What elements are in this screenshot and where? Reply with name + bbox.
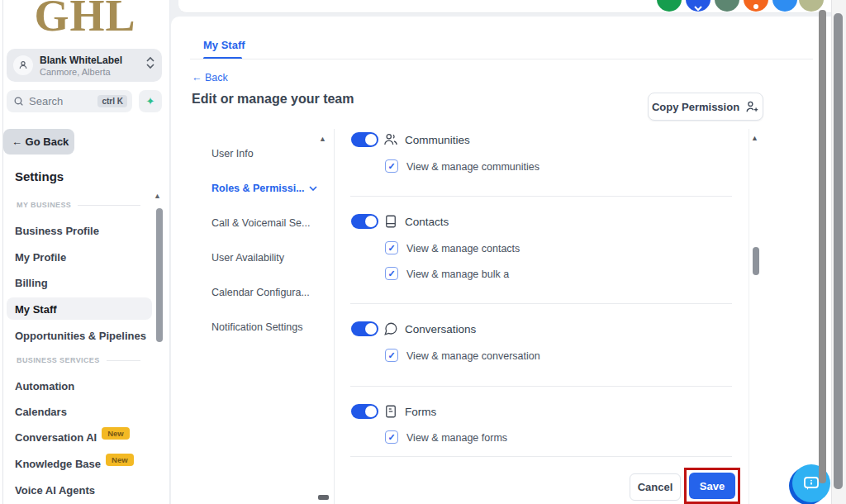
sidebar-item-my-profile[interactable]: My Profile — [15, 251, 66, 264]
checkbox-label: View & manage conversation — [406, 350, 540, 362]
toggle-contacts[interactable] — [351, 214, 378, 229]
staff-nav-calendar-configuration[interactable]: Calendar Configura... — [212, 287, 310, 298]
search-shortcut-badge: ctrl K — [97, 95, 127, 107]
app-logo: GHL — [0, 0, 170, 41]
sidebar-item-my-staff[interactable]: My Staff — [15, 303, 57, 316]
nav-scroll-up-icon[interactable]: ▲ — [319, 135, 326, 143]
permission-group-name: Forms — [405, 406, 436, 418]
permission-group-name: Conversations — [405, 323, 476, 335]
sidebar-scroll-up-icon[interactable]: ▲ — [154, 192, 161, 200]
checkbox-view-manage-contacts[interactable]: ✓ — [385, 241, 398, 254]
users-icon — [383, 132, 398, 150]
copy-permission-button[interactable]: Copy Permission — [648, 93, 763, 121]
account-switcher[interactable]: Blank WhiteLabel Canmore, Alberta — [7, 49, 162, 82]
group-divider — [350, 196, 732, 197]
checkbox-label: View & manage forms — [406, 432, 507, 444]
staff-nav-notification-settings[interactable]: Notification Settings — [212, 321, 302, 333]
tab-my-staff[interactable]: My Staff — [203, 39, 245, 51]
cancel-button[interactable]: Cancel — [630, 473, 681, 501]
spark-icon: ✦ — [146, 95, 155, 107]
sidebar-edge-divider — [2, 0, 3, 504]
checkbox-label: View & manage contacts — [406, 243, 520, 254]
search-placeholder: Search — [29, 95, 93, 107]
staff-nav-user-availability[interactable]: User Availability — [212, 252, 284, 264]
tabbar-divider — [190, 59, 813, 59]
settings-title: Settings — [15, 169, 64, 183]
new-badge: New — [106, 454, 134, 466]
page-title: Edit or manage your team — [192, 92, 354, 107]
checkbox-view-manage-conversation[interactable]: ✓ — [385, 349, 398, 362]
search-input[interactable]: Search ctrl K — [7, 90, 132, 112]
permission-group-name: Contacts — [405, 216, 449, 228]
chevron-up-down-icon — [146, 56, 154, 73]
chevron-down-icon — [309, 186, 317, 191]
staff-nav-call-voicemail[interactable]: Call & Voicemail Se... — [212, 217, 311, 229]
permissions-scrollbar-thumb[interactable] — [753, 247, 759, 275]
sidebar-item-calendars[interactable]: Calendars — [15, 406, 67, 418]
save-button[interactable]: Save — [689, 473, 735, 499]
account-avatar-icon — [13, 55, 33, 75]
permissions-panel-border — [749, 129, 749, 504]
ai-spark-button[interactable]: ✦ — [139, 90, 162, 112]
checkbox-view-manage-bulk[interactable]: ✓ — [385, 267, 398, 280]
chat-bubble-icon — [383, 321, 398, 340]
account-name: Blank WhiteLabel — [40, 55, 122, 66]
sidebar-item-business-profile[interactable]: Business Profile — [15, 225, 99, 237]
window-scrollbar-thumb[interactable] — [834, 13, 843, 489]
sidebar-item-conversation-ai[interactable]: Conversation AINew — [15, 431, 130, 445]
group-divider — [350, 303, 732, 304]
group-divider — [350, 456, 732, 457]
checkbox-view-manage-communities[interactable]: ✓ — [385, 159, 398, 173]
group-divider — [350, 386, 732, 387]
inner-scrollbar-thumb[interactable] — [819, 10, 826, 483]
new-badge: New — [102, 427, 130, 440]
back-link[interactable]: ← Back — [192, 72, 228, 83]
sidebar-scrollbar-thumb[interactable] — [156, 208, 163, 342]
form-icon — [383, 404, 398, 422]
staff-nav-roles-permissions[interactable]: Roles & Permissi... — [212, 183, 317, 194]
toggle-communities[interactable] — [351, 132, 378, 147]
sidebar: GHL Blank WhiteLabel Canmore, Alberta Se… — [0, 0, 170, 504]
checkbox-label: View & manage bulk a — [406, 269, 509, 280]
sidebar-item-voice-ai-agents[interactable]: Voice AI Agents — [15, 484, 95, 497]
checkbox-view-manage-forms[interactable]: ✓ — [385, 430, 398, 444]
section-label-my-business: MY BUSINESS — [17, 201, 140, 209]
nav-scroll-down-icon[interactable] — [318, 495, 329, 500]
user-plus-icon — [745, 100, 759, 114]
permission-group-name: Communities — [405, 134, 470, 146]
go-back-button[interactable]: ← Go Back — [3, 129, 74, 155]
sidebar-item-automation[interactable]: Automation — [15, 380, 74, 392]
contact-book-icon — [383, 214, 398, 232]
toggle-conversations[interactable] — [351, 321, 378, 336]
toggle-forms[interactable] — [351, 404, 378, 419]
sidebar-item-opportunities-pipelines[interactable]: Opportunities & Pipelines — [15, 330, 146, 342]
checkbox-label: View & manage communities — [406, 161, 539, 173]
staff-nav-user-info[interactable]: User Info — [212, 148, 254, 159]
sidebar-item-billing[interactable]: Billing — [15, 277, 48, 289]
search-icon — [13, 96, 24, 107]
permissions-panel-border — [334, 129, 335, 504]
account-location: Canmore, Alberta — [40, 67, 111, 77]
sidebar-item-knowledge-base[interactable]: Knowledge BaseNew — [15, 458, 134, 471]
permissions-scroll-up-icon[interactable]: ▲ — [751, 134, 758, 142]
section-label-business-services: BUSINESS SERVICES — [17, 356, 140, 364]
